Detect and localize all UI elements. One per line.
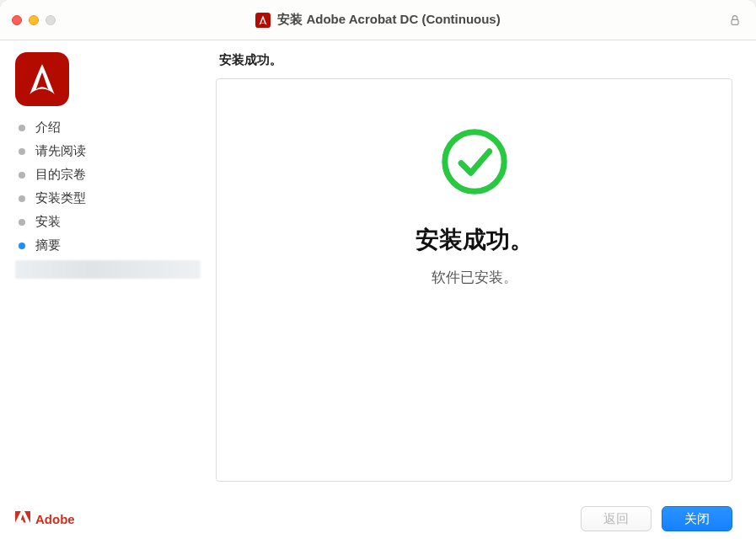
close-button[interactable]: 关闭 — [662, 506, 732, 531]
zoom-window-button[interactable] — [46, 15, 56, 25]
success-title: 安装成功。 — [416, 224, 533, 256]
content-area: 介绍 请先阅读 目的宗卷 安装类型 安装 — [0, 40, 756, 493]
main-panel: 安装成功。 安装成功。 软件已安装。 — [212, 40, 756, 493]
step-dot-icon — [19, 148, 25, 155]
step-install-type: 安装类型 — [19, 190, 197, 206]
acrobat-app-icon — [15, 52, 69, 106]
window-title: 安装 Adobe Acrobat DC (Continuous) — [277, 12, 500, 28]
svg-rect-1 — [732, 19, 738, 24]
titlebar: 安装 Adobe Acrobat DC (Continuous) — [0, 0, 756, 40]
acrobat-title-icon — [255, 13, 271, 28]
close-button-label: 关闭 — [684, 511, 710, 527]
back-button-label: 返回 — [603, 511, 629, 527]
success-check-icon — [437, 125, 512, 199]
main-heading: 安装成功。 — [216, 52, 732, 68]
close-window-button[interactable] — [12, 15, 22, 25]
step-label: 目的宗卷 — [35, 167, 86, 183]
step-label: 请先阅读 — [35, 143, 86, 159]
step-dot-icon — [19, 172, 25, 179]
step-label: 介绍 — [35, 120, 61, 136]
sidebar: 介绍 请先阅读 目的宗卷 安装类型 安装 — [0, 40, 212, 493]
adobe-brand-text: Adobe — [35, 512, 75, 526]
installer-window: 安装 Adobe Acrobat DC (Continuous) 介绍 — [0, 0, 756, 544]
step-summary: 摘要 — [19, 237, 197, 253]
step-dot-icon — [19, 219, 25, 226]
adobe-brand: Adobe — [15, 511, 75, 526]
svg-rect-0 — [255, 13, 271, 28]
step-readme: 请先阅读 — [19, 143, 197, 159]
back-button[interactable]: 返回 — [581, 506, 651, 531]
footer-buttons: 返回 关闭 — [581, 506, 732, 531]
success-subtitle: 软件已安装。 — [432, 268, 517, 287]
step-dot-icon — [19, 195, 25, 202]
step-label: 安装类型 — [35, 190, 86, 206]
step-introduction: 介绍 — [19, 120, 197, 136]
step-label: 安装 — [35, 214, 61, 230]
step-label: 摘要 — [35, 237, 61, 253]
footer: Adobe 返回 关闭 — [0, 493, 756, 544]
blurred-region — [15, 260, 201, 279]
result-panel: 安装成功。 软件已安装。 — [216, 78, 732, 482]
step-install: 安装 — [19, 214, 197, 230]
svg-point-2 — [444, 132, 503, 191]
minimize-window-button[interactable] — [29, 15, 39, 25]
lock-icon[interactable] — [726, 11, 744, 29]
install-steps: 介绍 请先阅读 目的宗卷 安装类型 安装 — [15, 120, 197, 253]
window-controls — [12, 15, 56, 25]
step-destination: 目的宗卷 — [19, 167, 197, 183]
window-title-wrap: 安装 Adobe Acrobat DC (Continuous) — [0, 12, 756, 28]
step-dot-icon — [19, 125, 25, 131]
adobe-logo-icon — [15, 511, 30, 526]
step-dot-icon — [19, 243, 25, 249]
